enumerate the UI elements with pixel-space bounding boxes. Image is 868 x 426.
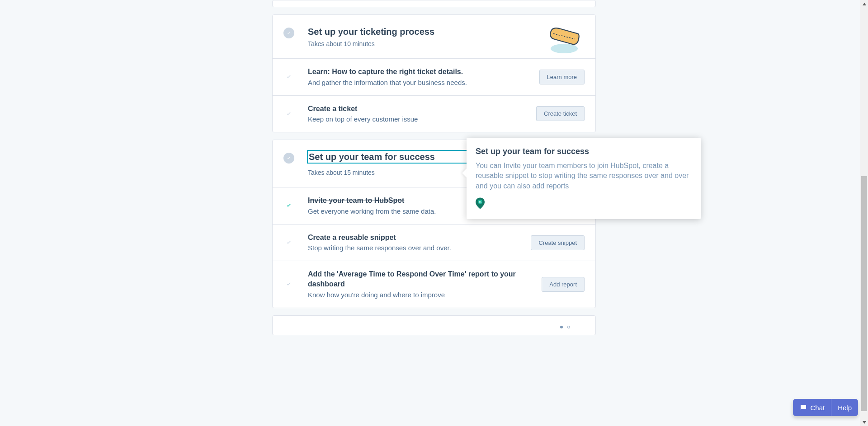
next-card-peek — [272, 315, 596, 335]
learn-ticket-details-row: Learn: How to capture the right ticket d… — [273, 58, 595, 95]
carousel-dots-icon — [560, 326, 570, 328]
previous-card-bottom-edge — [272, 0, 596, 7]
ticketing-status-circle — [283, 28, 294, 38]
callout-title: Set up your team for success — [476, 147, 692, 156]
chat-icon — [799, 403, 807, 412]
scrollbar-thumb[interactable] — [861, 176, 867, 411]
svg-point-0 — [551, 44, 578, 53]
add-report-title: Add the 'Average Time to Respond Over Ti… — [308, 269, 536, 289]
help-pill: Chat Help — [793, 399, 858, 416]
callout-body: You can Invite your team members to join… — [476, 161, 692, 191]
create-snippet-desc: Stop writing the same responses over and… — [308, 243, 525, 253]
add-report-row: Add the 'Average Time to Respond Over Ti… — [273, 261, 595, 307]
create-ticket-button[interactable]: Create ticket — [536, 106, 585, 121]
create-ticket-check-icon — [283, 110, 294, 117]
check-icon — [286, 155, 292, 161]
create-ticket-desc: Keep on top of every customer issue — [308, 114, 531, 124]
create-snippet-row: Create a reusable snippet Stop writing t… — [273, 224, 595, 261]
create-snippet-button[interactable]: Create snippet — [531, 235, 585, 250]
svg-text:G: G — [479, 200, 481, 204]
ticketing-card-header: Set up your ticketing process Takes abou… — [273, 15, 595, 58]
add-report-button[interactable]: Add report — [542, 277, 585, 292]
scroll-down-arrow-icon[interactable] — [860, 418, 868, 426]
add-report-check-icon — [283, 281, 294, 288]
map-pin-icon: G — [476, 197, 485, 209]
learn-task-desc: And gather the information that your bus… — [308, 78, 534, 87]
scroll-up-arrow-icon[interactable] — [860, 0, 868, 8]
learn-task-check-icon — [283, 73, 294, 80]
create-snippet-title: Create a reusable snippet — [308, 233, 525, 243]
chat-label: Chat — [810, 404, 825, 412]
create-snippet-check-icon — [283, 239, 294, 246]
help-label: Help — [838, 404, 852, 412]
learn-task-title: Learn: How to capture the right ticket d… — [308, 67, 534, 77]
create-ticket-row: Create a ticket Keep on top of every cus… — [273, 95, 595, 132]
help-button[interactable]: Help — [831, 399, 858, 416]
team-status-circle — [283, 153, 294, 164]
check-icon — [286, 30, 292, 36]
create-ticket-title: Create a ticket — [308, 104, 531, 114]
invite-team-check-icon — [283, 202, 294, 209]
ticketing-subtitle: Takes about 10 minutes — [308, 40, 585, 47]
ticketing-title: Set up your ticketing process — [308, 26, 585, 37]
guide-callout: Set up your team for success You can Inv… — [467, 138, 701, 219]
chat-button[interactable]: Chat — [793, 399, 831, 416]
learn-more-button[interactable]: Learn more — [539, 70, 585, 84]
ticket-illustration-icon — [544, 22, 585, 56]
ticketing-card: Set up your ticketing process Takes abou… — [272, 14, 596, 132]
page-scrollbar[interactable] — [860, 0, 868, 426]
add-report-desc: Know how you're doing and where to impro… — [308, 290, 536, 300]
